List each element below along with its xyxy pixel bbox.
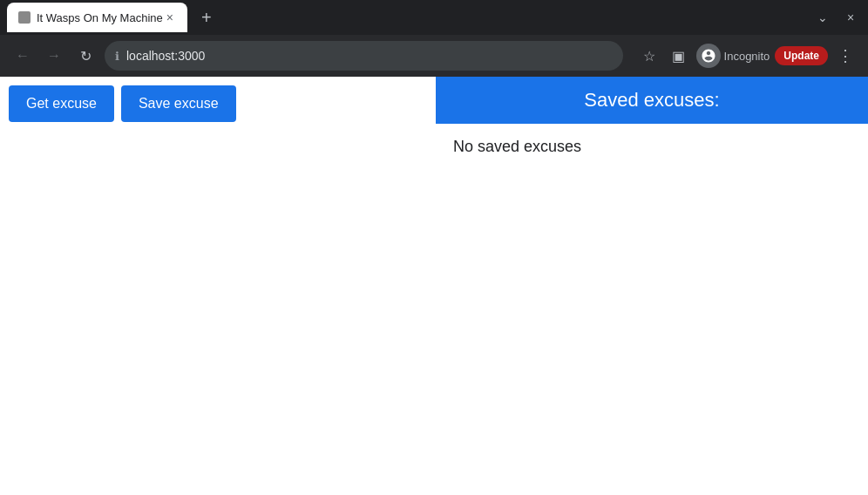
info-icon: ℹ bbox=[115, 50, 119, 63]
incognito-label: Incognito bbox=[724, 50, 770, 63]
active-tab[interactable]: It Wasps On My Machine × bbox=[7, 3, 187, 32]
sidebar-button[interactable]: ▣ bbox=[667, 44, 691, 68]
get-excuse-button[interactable]: Get excuse bbox=[9, 85, 114, 122]
no-saved-excuses-message: No saved excuses bbox=[436, 124, 868, 170]
refresh-button[interactable]: ↻ bbox=[73, 44, 98, 68]
address-right-controls: ☆ ▣ Incognito Update ⋮ bbox=[637, 44, 858, 68]
tab-title: It Wasps On My Machine bbox=[37, 11, 163, 24]
back-button[interactable]: ← bbox=[10, 44, 35, 68]
url-display: localhost:3000 bbox=[126, 49, 613, 63]
tab-bar: It Wasps On My Machine × + ⌄ × bbox=[0, 0, 868, 35]
close-window-button[interactable]: × bbox=[840, 7, 861, 28]
right-panel: Saved excuses: No saved excuses bbox=[436, 77, 868, 495]
browser-chrome: It Wasps On My Machine × + ⌄ × ← → ↻ ℹ l… bbox=[0, 0, 868, 77]
update-button[interactable]: Update bbox=[775, 46, 828, 65]
menu-button[interactable]: ⋮ bbox=[833, 44, 858, 68]
address-bar: ← → ↻ ℹ localhost:3000 ☆ ▣ Incognito Upd… bbox=[0, 35, 868, 77]
tab-close-button[interactable]: × bbox=[163, 10, 177, 24]
tab-controls-right: ⌄ × bbox=[812, 7, 861, 28]
saved-excuses-header: Saved excuses: bbox=[436, 77, 868, 124]
favicon-icon bbox=[18, 11, 31, 24]
incognito-circle-icon bbox=[696, 44, 721, 68]
tab-favicon bbox=[17, 10, 31, 24]
left-panel: Get excuse Save excuse bbox=[0, 77, 436, 495]
bookmark-button[interactable]: ☆ bbox=[637, 44, 661, 68]
forward-button[interactable]: → bbox=[42, 44, 66, 68]
save-excuse-button[interactable]: Save excuse bbox=[121, 85, 236, 122]
new-tab-button[interactable]: + bbox=[194, 5, 219, 30]
page-content: Get excuse Save excuse Saved excuses: No… bbox=[0, 77, 868, 495]
address-input-wrap[interactable]: ℹ localhost:3000 bbox=[105, 41, 623, 71]
incognito-button[interactable]: Incognito bbox=[696, 44, 770, 68]
tab-list-button[interactable]: ⌄ bbox=[812, 7, 833, 28]
